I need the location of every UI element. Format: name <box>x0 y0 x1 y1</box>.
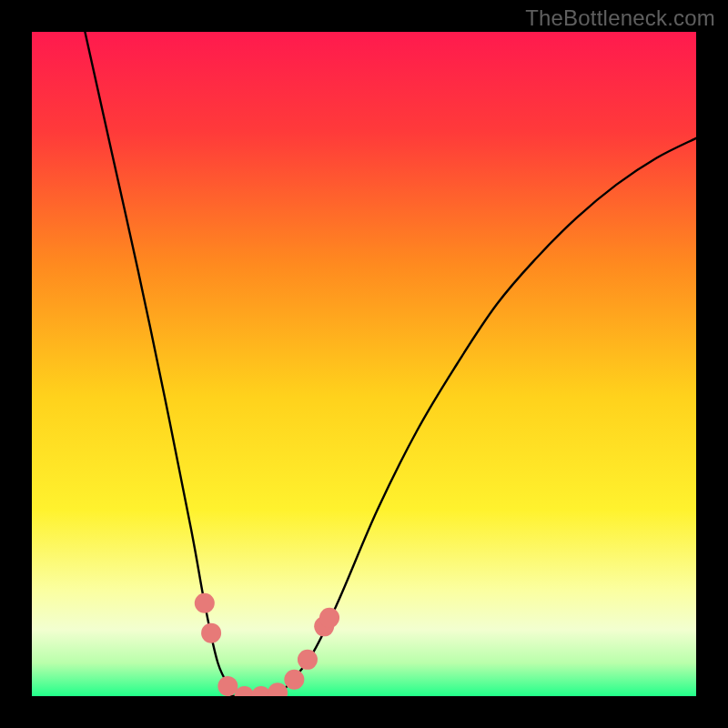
curve-marker <box>298 650 318 670</box>
watermark-text: TheBottleneck.com <box>525 5 715 31</box>
chart-plot-area <box>32 32 696 696</box>
curve-marker <box>268 682 288 696</box>
bottleneck-curve <box>32 32 696 696</box>
chart-frame: TheBottleneck.com <box>0 0 728 728</box>
curve-marker <box>284 670 304 690</box>
curve-marker <box>201 623 221 643</box>
curve-marker <box>319 608 339 628</box>
curve-marker <box>217 676 238 696</box>
curve-marker <box>195 593 215 613</box>
